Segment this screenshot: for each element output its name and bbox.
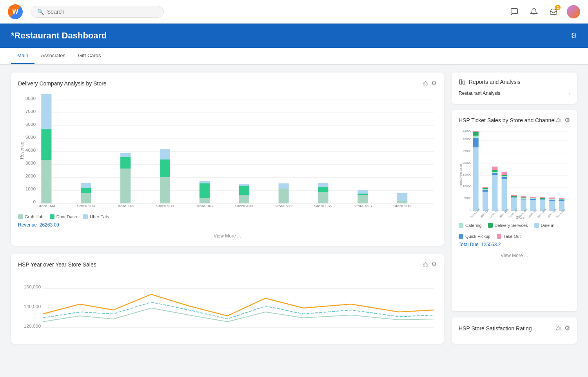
svg-rect-24: [81, 188, 91, 193]
hsp-total-value: 125553.2: [481, 242, 501, 247]
legend-quickpickup: Quick Pickup: [459, 234, 490, 239]
bell-icon-button[interactable]: [528, 5, 540, 18]
svg-text:30000: 30000: [463, 138, 472, 141]
hsp-total-line: Total Due 125553.2: [459, 242, 570, 247]
svg-rect-36: [200, 183, 210, 198]
delivery-card-title: Delivery Company Analysis by Store: [18, 80, 107, 87]
reports-card: Reports and Analysis Restaurant Analysis…: [452, 72, 577, 104]
svg-rect-134: [549, 200, 555, 201]
yoy-settings-icon[interactable]: ⚙: [431, 261, 437, 268]
svg-text:Store 555: Store 555: [314, 204, 332, 208]
delivery-card-header: Delivery Company Analysis by Store ⚖ ⚙: [18, 80, 437, 87]
filter-icon[interactable]: ⚖: [423, 80, 428, 87]
svg-rect-103: [502, 179, 507, 211]
delivery-chart-svg: 0 1000 2000 3000 4000 5000 6000 7000 800…: [18, 92, 437, 209]
hsp-sat-settings-icon[interactable]: ⚙: [564, 324, 570, 332]
svg-rect-55: [397, 201, 407, 203]
workday-logo[interactable]: W: [8, 4, 23, 19]
svg-text:1000: 1000: [25, 187, 36, 191]
hsp-satisfaction-card: HSP Store Satisfaction Rating ⚖ ⚙: [452, 317, 577, 344]
hsp-card-header: HSP Ticket Sales by Store and Channel ⚖ …: [459, 116, 570, 124]
svg-rect-45: [279, 183, 289, 188]
chat-icon-button[interactable]: [508, 5, 521, 18]
search-input[interactable]: [47, 9, 157, 15]
header-settings-icon[interactable]: ⚙: [571, 31, 577, 40]
hsp-view-more[interactable]: View More ...: [459, 253, 570, 258]
svg-rect-143: [559, 198, 564, 199]
hsp-ticket-card: HSP Ticket Sales by Store and Channel ⚖ …: [452, 110, 577, 311]
svg-text:0: 0: [470, 208, 472, 212]
svg-text:3000: 3000: [25, 161, 36, 165]
svg-rect-118: [521, 198, 526, 198]
svg-rect-48: [318, 187, 328, 192]
page-title: *Restaurant Dashboard: [11, 31, 107, 41]
svg-rect-97: [492, 175, 497, 211]
svg-rect-128: [540, 199, 545, 200]
svg-rect-104: [502, 177, 507, 179]
nav-icons: 2: [508, 5, 580, 18]
svg-text:Store 044: Store 044: [37, 204, 56, 208]
hsp-settings-icon[interactable]: ⚙: [564, 116, 570, 124]
tab-main[interactable]: Main: [11, 48, 34, 64]
svg-rect-131: [540, 197, 545, 198]
svg-rect-125: [530, 197, 536, 198]
hsp-filter-icon[interactable]: ⚖: [556, 116, 561, 124]
legend-takeout: Take Out: [497, 234, 521, 239]
yoy-filter-icon[interactable]: ⚖: [423, 261, 428, 268]
svg-rect-33: [160, 149, 170, 160]
svg-rect-87: [473, 136, 479, 138]
hsp-chart-svg: 0 5000 10000 15000 20000 25000 30000 350…: [459, 129, 570, 219]
legend-catering: Catering: [459, 223, 482, 228]
svg-rect-52: [358, 194, 368, 195]
svg-rect-49: [318, 183, 328, 187]
svg-text:5000: 5000: [464, 196, 472, 200]
svg-rect-51: [358, 195, 368, 203]
svg-text:140,000: 140,000: [24, 304, 41, 309]
svg-text:Store 104: Store 104: [77, 204, 95, 208]
user-avatar[interactable]: [567, 5, 580, 18]
yoy-card-actions: ⚖ ⚙: [423, 261, 437, 268]
svg-rect-116: [521, 199, 526, 199]
svg-rect-130: [540, 198, 545, 199]
svg-rect-107: [502, 172, 507, 175]
delivery-view-more[interactable]: View More ...: [18, 233, 437, 239]
svg-rect-32: [160, 160, 170, 177]
reports-icon: [459, 79, 466, 85]
inbox-icon-button[interactable]: 2: [547, 5, 560, 18]
svg-rect-95: [483, 187, 488, 188]
svg-rect-35: [200, 198, 210, 203]
svg-rect-129: [540, 199, 545, 199]
delivery-legend: Grub Hub Door Dash Uber Eats: [18, 214, 437, 219]
svg-rect-28: [120, 157, 131, 169]
svg-rect-31: [160, 177, 170, 203]
revenue-line: Revenue 26263.09: [18, 222, 437, 228]
svg-text:Store 512: Store 512: [274, 204, 292, 208]
search-icon: 🔍: [37, 9, 44, 15]
svg-text:Revenue: Revenue: [19, 142, 25, 159]
page-header: *Restaurant Dashboard ⚙: [0, 24, 588, 48]
svg-rect-23: [81, 193, 91, 203]
tab-associates[interactable]: Associates: [34, 48, 72, 64]
delivery-card-actions: ⚖ ⚙: [423, 80, 437, 87]
search-bar[interactable]: 🔍: [31, 6, 164, 18]
svg-rect-41: [239, 184, 249, 186]
svg-rect-99: [492, 172, 497, 173]
restaurant-analysis-link[interactable]: Restaurant Analysis ›: [459, 89, 570, 98]
hsp-sat-filter-icon[interactable]: ⚖: [556, 324, 561, 332]
svg-rect-86: [473, 138, 479, 147]
svg-text:Delivery Company: Delivery Company: [216, 208, 258, 209]
svg-rect-105: [502, 176, 507, 177]
svg-rect-142: [559, 199, 564, 199]
svg-rect-124: [530, 198, 536, 198]
svg-rect-93: [483, 189, 488, 190]
settings-icon[interactable]: ⚙: [431, 80, 437, 87]
svg-rect-53: [358, 190, 368, 194]
svg-rect-39: [239, 195, 249, 203]
svg-rect-85: [473, 147, 479, 211]
svg-rect-106: [502, 175, 507, 176]
svg-text:2000: 2000: [25, 174, 36, 178]
svg-rect-122: [530, 199, 536, 200]
logo-area: W: [8, 4, 23, 19]
svg-rect-141: [559, 199, 564, 200]
tab-gift-cards[interactable]: Gift Cards: [72, 48, 107, 64]
